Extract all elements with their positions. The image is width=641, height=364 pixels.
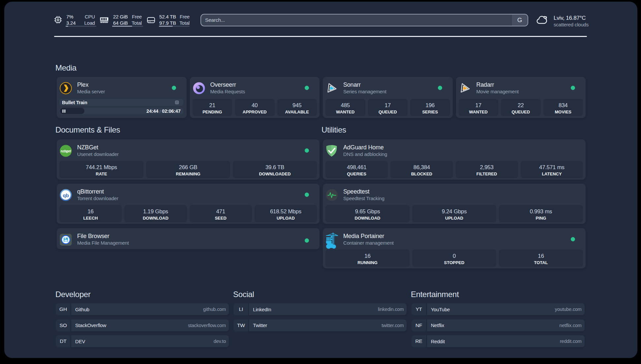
svg-text:nzbget: nzbget (61, 149, 71, 153)
svg-text:qb: qb (63, 193, 69, 198)
